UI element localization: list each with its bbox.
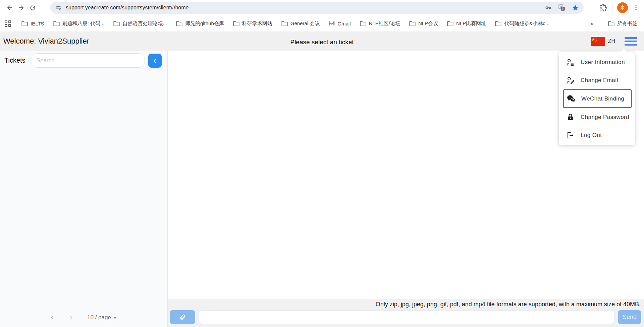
chevron-left-icon [50,315,55,320]
next-page-button[interactable] [66,313,76,322]
folder-icon [360,21,366,26]
paperclip-icon [179,314,186,321]
user-menu-button[interactable] [625,37,637,46]
lock-icon [566,113,575,121]
menu-item-change-password[interactable]: Change Password [559,108,635,126]
message-input[interactable] [199,310,614,324]
password-key-icon[interactable] [545,4,552,11]
bookmarks-divider [16,20,16,27]
apps-grid-icon[interactable] [5,20,11,27]
bookmarks-bar: IELTS 刷题和八股: 代码... 自然语言处理论坛... 师兄的github… [0,15,644,32]
tickets-sidebar: Tickets 10 / page [0,51,168,327]
bookmark-item[interactable]: IELTS [21,21,44,26]
bookmark-item[interactable]: NLP会议 [409,20,438,27]
folder-icon [409,21,416,26]
page-size-select[interactable]: 10 / page [87,314,117,321]
extensions-icon[interactable] [599,4,607,12]
bookmark-item[interactable]: 刷题和八股: 代码... [53,20,105,27]
search-input[interactable] [31,53,145,68]
menu-item-change-email[interactable]: Change Email [559,71,635,89]
reload-button[interactable] [27,2,38,13]
bookmark-item[interactable]: 代码随想录&小林c... [495,20,549,27]
profile-avatar[interactable]: 米 [617,2,628,13]
folder-icon [113,21,120,26]
attach-file-button[interactable] [170,310,195,324]
menu-item-log-out[interactable]: Log Out [559,126,635,144]
bookmarks-divider [600,20,600,27]
edit-user-icon [566,76,575,85]
pagination: 10 / page [0,313,167,322]
chevron-left-icon [152,58,158,64]
collapse-sidebar-button[interactable] [148,54,162,68]
site-settings-icon[interactable] [55,4,62,11]
bookmark-item[interactable]: 科研学术网站 [233,20,272,27]
url-text[interactable]: support.yeacreate.com/supportsystem/clie… [66,5,545,11]
folder-icon [233,21,239,26]
all-bookmarks[interactable]: 所有书签 [600,20,637,27]
file-format-note: Only zip, jpg, jpeg, png, gif, pdf, and … [168,299,644,308]
bookmarks-overflow-chevron[interactable]: » [590,20,594,27]
folder-icon [53,21,60,26]
bookmark-item[interactable]: 师兄的github仓库 [176,20,224,27]
tickets-title: Tickets [4,57,25,64]
caret-down-icon [113,317,117,319]
svg-text:文: 文 [561,7,564,10]
browser-toolbar: support.yeacreate.com/supportsystem/clie… [0,0,644,15]
logout-icon [566,131,575,140]
toolbar-divider [612,4,612,11]
send-button[interactable]: Send [618,310,641,324]
browser-menu-icon[interactable] [633,4,639,11]
gmail-icon [329,21,335,26]
select-ticket-message: Please select an ticket [0,39,644,46]
menu-item-wechat-binding[interactable]: WeChat Binding [563,89,632,108]
folder-icon [608,21,614,26]
user-dropdown-menu: User Information Change Email [559,52,635,145]
wechat-icon [566,94,576,103]
forward-icon [17,4,25,11]
app-header: Welcome: Vivian2Supplier Please select a… [0,32,644,51]
bookmark-item-gmail[interactable]: Gmail [329,21,351,26]
china-flag-icon [591,37,605,46]
composer-panel: Only zip, jpg, jpeg, png, gif, pdf, and … [168,299,644,327]
bookmark-item[interactable]: 自然语言处理论坛... [113,20,167,27]
forward-button[interactable] [15,2,27,13]
chevron-right-icon [68,315,74,320]
user-info-icon [566,58,575,67]
bookmark-item[interactable]: NLP比赛网址 [447,20,486,27]
bookmark-star-icon[interactable] [572,4,579,11]
bookmark-item[interactable]: NLP社区/论坛 [360,20,400,27]
bookmark-item[interactable]: General 会议 [281,20,320,27]
folder-icon [447,21,453,26]
language-label[interactable]: ZH [608,38,615,44]
reload-icon [29,4,36,11]
address-bar[interactable]: support.yeacreate.com/supportsystem/clie… [50,2,584,14]
folder-icon [176,21,182,26]
folder-icon [21,21,28,26]
folder-icon [495,21,501,26]
back-button[interactable] [4,2,15,13]
back-icon [6,4,13,11]
translate-icon[interactable]: G 文 [558,4,566,11]
folder-icon [281,21,288,26]
previous-page-button[interactable] [48,313,57,322]
